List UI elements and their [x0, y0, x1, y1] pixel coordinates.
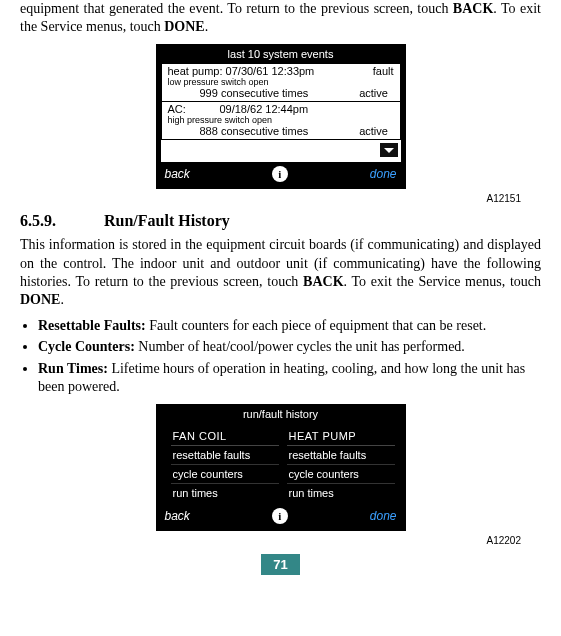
back-button[interactable]: back	[165, 509, 190, 523]
list-item: Resettable Faults: Fault counters for ea…	[38, 317, 541, 335]
intro-paragraph: equipment that generated the event. To r…	[20, 0, 541, 36]
screen1-gap	[161, 140, 401, 162]
section-heading: 6.5.9. Run/Fault History	[20, 212, 541, 230]
info-icon[interactable]: i	[272, 166, 288, 182]
system-events-screen: last 10 system events heat pump: 07/30/6…	[156, 44, 406, 189]
section-back-bold: BACK	[303, 274, 343, 289]
screen2-columns: FAN COIL resettable faults cycle counter…	[157, 423, 405, 504]
done-button[interactable]: done	[370, 167, 397, 181]
menu-item-run-times[interactable]: run times	[287, 484, 395, 502]
back-button[interactable]: back	[165, 167, 190, 181]
event-card[interactable]: heat pump: 07/30/61 12:33pm fault low pr…	[161, 63, 401, 102]
section-paragraph: This information is stored in the equipm…	[20, 236, 541, 309]
screen1-body: heat pump: 07/30/61 12:33pm fault low pr…	[161, 63, 401, 140]
screen2-col-fancoil: FAN COIL resettable faults cycle counter…	[171, 427, 279, 502]
info-icon[interactable]: i	[272, 508, 288, 524]
run-fault-history-screen: run/fault history FAN COIL resettable fa…	[156, 404, 406, 531]
screen1-title: last 10 system events	[157, 45, 405, 63]
menu-item-cycle-counters[interactable]: cycle counters	[171, 465, 279, 484]
list-item: Cycle Counters: Number of heat/cool/powe…	[38, 338, 541, 356]
scroll-down-button[interactable]	[379, 142, 399, 158]
section-done-bold: DONE	[20, 292, 60, 307]
bullet-term: Run Times:	[38, 361, 108, 376]
screen2-footer: back i done	[157, 504, 405, 530]
bullet-term: Resettable Faults:	[38, 318, 146, 333]
figure-id: A12151	[20, 193, 521, 204]
menu-item-cycle-counters[interactable]: cycle counters	[287, 465, 395, 484]
menu-item-resettable-faults[interactable]: resettable faults	[171, 446, 279, 465]
page-number-wrap: 71	[20, 554, 541, 575]
chevron-down-icon	[384, 148, 394, 153]
event-card[interactable]: AC: 09/18/62 12:44pm high pressure switc…	[161, 102, 401, 140]
intro-text-pre: equipment that generated the event. To r…	[20, 1, 453, 16]
menu-item-run-times[interactable]: run times	[171, 484, 279, 502]
screen2-title: run/fault history	[157, 405, 405, 423]
section-title: Run/Fault History	[104, 212, 230, 229]
bullet-term: Cycle Counters:	[38, 339, 135, 354]
screen2-col-heatpump: HEAT PUMP resettable faults cycle counte…	[287, 427, 395, 502]
event-name-date: AC: 09/18/62 12:44pm	[168, 103, 309, 115]
section-para-mid: . To exit the Service menus, touch	[344, 274, 541, 289]
list-item: Run Times: Lifetime hours of operation i…	[38, 360, 541, 396]
screen1-footer: back i done	[157, 162, 405, 188]
intro-done-bold: DONE	[164, 19, 204, 34]
intro-text-end: .	[205, 19, 209, 34]
bullet-list: Resettable Faults: Fault counters for ea…	[20, 317, 541, 396]
bullet-desc: Lifetime hours of operation in heating, …	[38, 361, 525, 394]
bullet-desc: Number of heat/cool/power cycles the uni…	[135, 339, 465, 354]
section-number: 6.5.9.	[20, 212, 100, 230]
section-para-end: .	[60, 292, 64, 307]
event-count: 888 consecutive times	[168, 125, 309, 137]
event-name-date: heat pump: 07/30/61 12:33pm	[168, 65, 315, 77]
menu-item-resettable-faults[interactable]: resettable faults	[287, 446, 395, 465]
done-button[interactable]: done	[370, 509, 397, 523]
event-status: active	[354, 87, 394, 99]
intro-back-bold: BACK	[453, 1, 493, 16]
event-count: 999 consecutive times	[168, 87, 309, 99]
col-head-heatpump: HEAT PUMP	[287, 427, 395, 446]
page-number: 71	[261, 554, 299, 575]
bullet-desc: Fault counters for each piece of equipme…	[146, 318, 487, 333]
event-status: active	[354, 125, 394, 137]
col-head-fancoil: FAN COIL	[171, 427, 279, 446]
figure-id: A12202	[20, 535, 521, 546]
event-detail: low pressure switch open	[162, 77, 400, 87]
event-detail: high pressure switch open	[162, 115, 400, 125]
event-type: fault	[373, 65, 394, 77]
